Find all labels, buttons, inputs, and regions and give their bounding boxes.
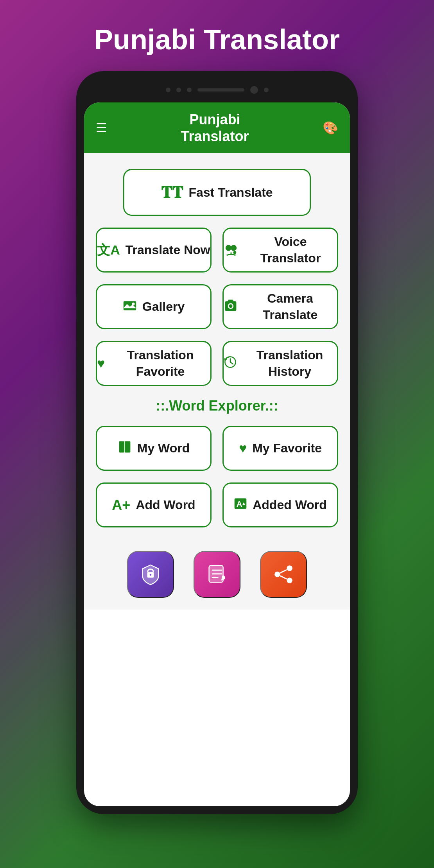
svg-point-7: [229, 304, 233, 308]
gallery-icon: [123, 298, 137, 316]
gallery-button[interactable]: Gallery: [96, 284, 212, 329]
translate-now-label: Translate Now: [126, 242, 210, 258]
add-word-label: Add Word: [136, 497, 195, 513]
menu-icon[interactable]: ☰: [96, 120, 107, 135]
row-translate-voice: 文A Translate Now Voice T: [96, 228, 338, 273]
add-word-icon: A+: [112, 497, 130, 513]
fast-translate-button[interactable]: 𝐓𝐓 Fast Translate: [123, 169, 311, 216]
added-word-button[interactable]: A Added Word: [222, 482, 338, 527]
svg-rect-3: [124, 301, 136, 310]
translation-favorite-label: Translation Favorite: [110, 347, 210, 380]
camera-translate-icon: [224, 298, 238, 316]
translation-history-button[interactable]: Translation History: [222, 341, 338, 386]
my-favorite-label: My Favorite: [252, 440, 322, 457]
voice-translator-button[interactable]: Voice Translator: [222, 228, 338, 273]
app-content: 𝐓𝐓 Fast Translate 文A Translate Now: [84, 153, 350, 543]
row-addword-addedword: A+ Add Word A Added Word: [96, 482, 338, 527]
row-favorite-history: ♥ Translation Favorite Translation Histo…: [96, 341, 338, 386]
svg-point-5: [132, 303, 135, 305]
phone-wrapper: ☰ Punjabi Translator 🎨 𝐓𝐓 Fast Translate…: [76, 71, 358, 814]
added-word-label: Added Word: [253, 497, 327, 513]
svg-point-1: [231, 245, 237, 251]
heart-icon: ♥: [97, 356, 105, 371]
fast-translate-label: Fast Translate: [188, 185, 273, 201]
svg-point-24: [287, 578, 292, 583]
gallery-label: Gallery: [142, 299, 185, 315]
app-header-title: Punjabi Translator: [181, 111, 249, 145]
translation-favorite-button[interactable]: ♥ Translation Favorite: [96, 341, 212, 386]
add-word-button[interactable]: A+ Add Word: [96, 482, 212, 527]
translation-history-label: Translation History: [242, 347, 337, 380]
palette-icon[interactable]: 🎨: [323, 120, 338, 135]
translate-now-icon: 文A: [97, 241, 120, 259]
svg-point-23: [274, 572, 280, 577]
svg-line-25: [280, 570, 287, 573]
camera-translate-button[interactable]: Camera Translate: [222, 284, 338, 329]
bottom-bar: [84, 543, 350, 610]
phone-screen: ☰ Punjabi Translator 🎨 𝐓𝐓 Fast Translate…: [84, 102, 350, 806]
camera-translate-label: Camera Translate: [243, 291, 337, 323]
svg-point-17: [150, 574, 152, 576]
page-title: Punjabi Translator: [94, 23, 340, 56]
svg-point-0: [226, 245, 231, 251]
my-word-label: My Word: [137, 440, 190, 457]
added-word-icon: A: [234, 497, 247, 513]
voice-translator-label: Voice Translator: [244, 234, 337, 266]
svg-rect-10: [119, 441, 124, 452]
fast-translate-icon: 𝐓𝐓: [161, 183, 183, 202]
heart-filled-icon: ♥: [239, 441, 247, 456]
row-myword-myfavorite: My Word ♥ My Favorite: [96, 426, 338, 471]
svg-text:A: A: [237, 500, 242, 508]
my-favorite-button[interactable]: ♥ My Favorite: [222, 426, 338, 471]
voice-translator-icon: [224, 241, 239, 259]
app-header: ☰ Punjabi Translator 🎨: [84, 102, 350, 153]
word-explorer-label: ::.Word Explorer.::: [156, 398, 278, 414]
history-icon: [224, 355, 237, 372]
svg-line-26: [280, 576, 287, 579]
my-word-button[interactable]: My Word: [96, 426, 212, 471]
share-button[interactable]: [260, 551, 307, 598]
row-gallery-camera: Gallery Camera Translate: [96, 284, 338, 329]
privacy-button[interactable]: [127, 551, 174, 598]
notes-button[interactable]: [194, 551, 240, 598]
svg-point-22: [287, 566, 292, 571]
phone-notch-area: [84, 79, 350, 100]
book-icon: [118, 440, 132, 457]
translate-now-button[interactable]: 文A Translate Now: [96, 228, 212, 273]
svg-rect-11: [125, 441, 130, 452]
